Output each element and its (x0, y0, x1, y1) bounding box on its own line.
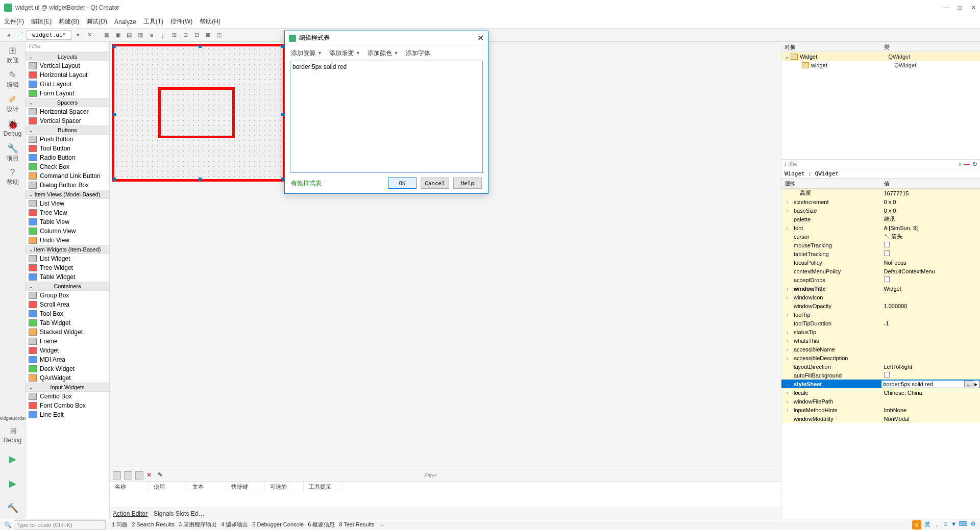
category-header[interactable]: Item Widgets (Item-Based) (26, 245, 109, 254)
form-widget[interactable] (112, 44, 285, 182)
status-icon[interactable]: ⚙ (970, 520, 976, 529)
category-header[interactable]: Layouts (26, 52, 109, 61)
checkbox[interactable] (884, 372, 890, 377)
new-action-icon[interactable] (113, 471, 121, 479)
add-prop-icon[interactable]: + (958, 161, 962, 168)
checkbox[interactable] (884, 250, 890, 256)
property-filter[interactable]: Filter + — ↻ (781, 159, 980, 169)
menu-item[interactable]: 工具(T) (143, 17, 163, 26)
dialog-titlebar[interactable]: 编辑样式表 ✕ (285, 31, 488, 45)
file-icon[interactable]: 📄 (15, 31, 24, 40)
widget-item[interactable]: Vertical Spacer (26, 116, 109, 125)
dropdown-icon[interactable]: ▼ (356, 51, 360, 56)
resize-handle[interactable] (199, 178, 202, 181)
widget-item[interactable]: Check Box (26, 162, 109, 171)
output-pane-tab[interactable]: 2 Search Results (132, 521, 175, 527)
widget-item[interactable]: Vertical Layout (26, 61, 109, 70)
property-row[interactable]: styleSheetborder:5px solid red...▸ (781, 380, 980, 388)
menu-item[interactable]: 调试(D) (86, 17, 107, 26)
dialog-tool-item[interactable]: 添加字体 (406, 49, 430, 58)
property-row[interactable]: baseSize0 x 0 (781, 206, 980, 215)
action-icon[interactable]: ✎ (158, 471, 166, 479)
column-header[interactable]: 名称 (110, 482, 149, 492)
mode-帮助[interactable]: ?帮助 (2, 166, 23, 188)
tool-icon[interactable]: ◫ (214, 31, 224, 40)
property-row[interactable]: fontA [SimSun, 9] (781, 223, 980, 232)
property-row[interactable]: layoutDirectionLeftToRight (781, 362, 980, 371)
tool-icon[interactable]: ⊟ (192, 31, 201, 40)
widget-item[interactable]: Table View (26, 217, 109, 226)
ok-button[interactable]: OK (388, 178, 416, 189)
action-editor-tab[interactable]: Action Editor (113, 510, 148, 517)
dialog-tool-item[interactable]: 添加渐变 (329, 49, 354, 58)
category-header[interactable]: Input Widgets (26, 383, 109, 392)
widget-item[interactable]: MDI Area (26, 355, 109, 364)
status-icon[interactable]: ⌨ (959, 520, 967, 529)
dialog-tool-item[interactable]: 添加资源 (291, 49, 315, 58)
widget-item[interactable]: Tool Button (26, 144, 109, 153)
close-button[interactable]: ✕ (971, 4, 976, 11)
action-icon[interactable] (124, 471, 132, 479)
minimize-button[interactable]: — (943, 4, 949, 11)
mode-项目[interactable]: 🔧项目 (2, 142, 23, 163)
checkbox[interactable] (884, 276, 890, 282)
dropdown-icon[interactable]: ▾ (74, 31, 83, 40)
widget-item[interactable]: Font Combo Box (26, 401, 109, 410)
menu-item[interactable]: 帮助(H) (200, 17, 220, 26)
output-pane-tab[interactable]: 4 编译输出 (221, 521, 248, 527)
column-header[interactable]: 快捷键 (226, 482, 265, 492)
maximize-button[interactable]: □ (958, 4, 962, 11)
widget-item[interactable]: Dialog Button Box (26, 181, 109, 190)
widget-item[interactable]: Tool Box (26, 309, 109, 318)
property-row[interactable]: autoFillBackground (781, 371, 980, 380)
widget-item[interactable]: Widget (26, 346, 109, 355)
widget-item[interactable]: Table Widget (26, 272, 109, 282)
column-header[interactable]: 可选的 (265, 482, 304, 492)
ime-lang[interactable]: 英 (924, 520, 930, 529)
cancel-button[interactable]: Cancel (421, 178, 449, 189)
widget-item[interactable]: Tree View (26, 208, 109, 217)
output-pane-tab[interactable]: 1 问题 (112, 521, 128, 527)
property-row[interactable]: contextMenuPolicyDefaultContextMenu (781, 267, 980, 275)
status-chevron[interactable]: ÷ (381, 522, 384, 528)
category-header[interactable]: Item Views (Model-Based) (26, 190, 109, 199)
property-row[interactable]: statusTip (781, 327, 980, 336)
kit-label[interactable]: widgetBorder (0, 416, 26, 421)
widget-item[interactable]: Tree Widget (26, 263, 109, 272)
tool-icon[interactable]: ▣ (113, 31, 122, 40)
tool-icon[interactable]: ▦ (102, 31, 111, 40)
signals-slots-tab[interactable]: Signals Slots Ed… (154, 510, 204, 517)
widget-item[interactable]: Stacked Widget (26, 327, 109, 337)
widget-item[interactable]: Horizontal Spacer (26, 107, 109, 116)
widget-item[interactable]: Grid Layout (26, 80, 109, 89)
tool-icon[interactable]: ▥ (136, 31, 145, 40)
tool-icon[interactable]: ▤ (125, 31, 134, 40)
run-debug-button[interactable]: ▶ (2, 473, 23, 494)
category-header[interactable]: Spacers (26, 98, 109, 107)
action-icon[interactable] (135, 471, 143, 479)
menu-item[interactable]: Analyze (114, 18, 136, 26)
column-header[interactable]: 工具提示 (304, 482, 342, 492)
property-row[interactable]: cursor↖ 箭头 (781, 232, 980, 241)
widget-item[interactable]: Group Box (26, 291, 109, 300)
property-row[interactable]: accessibleName (781, 345, 980, 354)
mode-设计[interactable]: ✐设计 (2, 93, 23, 114)
resize-handle[interactable] (113, 178, 116, 181)
property-row[interactable]: sizeIncrement0 x 0 (781, 197, 980, 206)
widget-item[interactable]: Frame (26, 337, 109, 346)
open-file-tab[interactable]: widget.ui* (27, 30, 71, 40)
resize-handle[interactable] (113, 45, 116, 48)
output-pane-tab[interactable]: 8 Test Results (339, 521, 374, 527)
run-button[interactable]: ▶ (2, 448, 23, 470)
action-filter[interactable]: Filter (169, 472, 778, 478)
stylesheet-textarea[interactable]: border:5px solid red (290, 61, 483, 173)
widget-item[interactable]: Tab Widget (26, 318, 109, 327)
dialog-tool-item[interactable]: 添加颜色 (368, 49, 392, 58)
ime-icon[interactable]: S (912, 520, 921, 529)
widget-item[interactable]: Combo Box (26, 392, 109, 401)
help-button[interactable]: Help (453, 178, 482, 189)
tool-icon[interactable]: ≡ (147, 31, 156, 40)
widget-item[interactable]: Form Layout (26, 89, 109, 98)
property-row[interactable]: windowIcon (781, 293, 980, 301)
column-header[interactable]: 使用 (149, 482, 187, 492)
